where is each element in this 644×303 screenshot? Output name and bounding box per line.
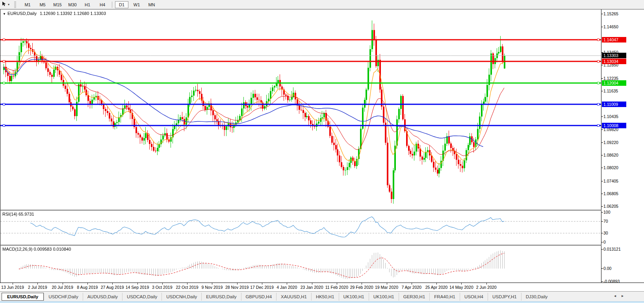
price-line-label: 1.14047 (602, 37, 626, 42)
date-label: 14 Sep 2019 (126, 285, 149, 290)
mt4-window: ▾ M1M5M15M30H1H4D1W1MN ▼EURUSD,Daily1.12… (0, 0, 644, 303)
date-label: 7 Apr 2020 (401, 285, 421, 290)
date-tick (187, 283, 187, 285)
date-label: 3 Oct 2019 (152, 285, 172, 290)
rsi-canvas[interactable] (0, 211, 601, 245)
price-tick-label: 1.06805 (603, 191, 618, 196)
date-label: 29 Feb 2020 (350, 285, 373, 290)
chart-tab-eurusd-daily[interactable]: EURUSD,Daily (2, 293, 44, 301)
tab-scroll-right-icon[interactable]: ▸ (622, 294, 629, 298)
date-tick (212, 283, 212, 285)
macd-tick-label: 0.00 (603, 266, 611, 271)
chart-tab-xauusd-h1[interactable]: XAUUSD,H1 (276, 293, 311, 301)
date-label: 9 Nov 2019 (202, 285, 223, 290)
timeframe-button-m1[interactable]: M1 (21, 1, 34, 8)
toolbar-grip[interactable] (14, 2, 16, 8)
date-tick (37, 283, 38, 285)
date-label: 23 Jan 2020 (301, 285, 323, 290)
macd-canvas[interactable] (0, 246, 601, 283)
date-tick (162, 283, 163, 285)
chart-tab-usdcnh-daily[interactable]: USDCNH,Daily (161, 293, 201, 301)
chart-tab-eurusd-daily[interactable]: EURUSD,Daily (201, 293, 241, 301)
chart-symbol-label: EURUSD,Daily (7, 11, 37, 16)
price-line-label: 1.11009 (602, 102, 626, 107)
chart-tab-uk100-h1[interactable]: UK100,H1 (339, 293, 369, 301)
tab-scroll-left-icon[interactable]: ◂ (614, 294, 622, 298)
timeframe-buttons: M1M5M15M30H1H4D1W1MN (20, 1, 159, 8)
chart-tab-bar: EURUSD,DailyUSDCHF,DailyAUDUSD,DailyUSDC… (0, 291, 644, 301)
cursor-tool-icon[interactable] (2, 1, 7, 8)
price-tick-label: 1.10435 (603, 114, 618, 119)
date-label: 13 Jun 2019 (1, 285, 24, 290)
price-tick-label: 1.11635 (603, 89, 618, 93)
timeframe-button-m30[interactable]: M30 (66, 1, 79, 8)
chart-tab-dj30-daily[interactable]: DJ30,Daily (521, 293, 552, 301)
price-tick-label: 1.07405 (603, 179, 618, 183)
date-label: 11 Feb 2020 (325, 285, 348, 290)
date-tick (87, 283, 88, 285)
date-tick (412, 283, 412, 285)
price-axis[interactable]: 1.152651.146501.134501.128501.122351.116… (601, 9, 644, 283)
chart-tab-fra40-h1[interactable]: FRA40,H1 (429, 293, 460, 301)
timeframe-button-h1[interactable]: H1 (81, 1, 94, 8)
price-line-label: 1.13303 (602, 53, 626, 58)
timeframe-button-mn[interactable]: MN (145, 1, 158, 8)
tool-dropdown-icon[interactable]: ▾ (8, 3, 9, 6)
price-tick-label: 1.08620 (603, 153, 618, 157)
date-label: 17 Dec 2019 (250, 285, 274, 290)
date-tick (287, 283, 287, 285)
date-label: 2 Jun 2020 (476, 285, 497, 290)
chart-tab-hk50-h1[interactable]: HK50,H1 (311, 293, 339, 301)
price-tick-label: 1.15265 (603, 11, 618, 16)
rsi-panel: RSI(14) 65.9731 (0, 211, 601, 245)
chart-ohlc-values: 1.12690 1.13392 1.12680 1.13303 (40, 11, 106, 16)
timeframe-button-m15[interactable]: M15 (51, 1, 64, 8)
price-tick-label: 1.09220 (603, 140, 618, 145)
chart-tab-usdcad-daily[interactable]: USDCAD,Daily (122, 293, 161, 301)
date-axis[interactable]: 13 Jun 20192 Jul 201920 Jul 20198 Aug 20… (0, 283, 644, 291)
rsi-tick-label: 0 (603, 240, 606, 244)
date-label: 28 Nov 2019 (225, 285, 249, 290)
date-tick (436, 283, 437, 285)
price-line-label: 1.12004 (602, 80, 626, 86)
macd-label: MACD(12,26,9) 0.009583 0.010840 (2, 247, 71, 251)
date-label: 14 May 2020 (449, 285, 473, 290)
chart-tab-usoil-h4[interactable]: USOil,H4 (460, 293, 488, 301)
toolbar-separator (112, 2, 112, 8)
date-tick (262, 283, 262, 285)
timeframe-button-d1[interactable]: D1 (115, 1, 128, 8)
date-tick (461, 283, 462, 285)
rsi-tick-label: 70 (603, 219, 608, 224)
chart-tab-audusd-daily[interactable]: AUDUSD,Daily (83, 293, 122, 301)
date-label: 22 Oct 2019 (176, 285, 198, 290)
price-tick-label: 1.08020 (603, 165, 618, 170)
date-tick (237, 283, 238, 285)
timeframe-button-w1[interactable]: W1 (130, 1, 143, 8)
price-tick-label: 1.06205 (603, 204, 618, 209)
main-chart-canvas[interactable] (0, 9, 601, 210)
date-label: 27 Aug 2019 (101, 285, 124, 290)
timeframe-toolbar: ▾ M1M5M15M30H1H4D1W1MN (0, 0, 644, 9)
date-tick (63, 283, 63, 285)
macd-panel: MACD(12,26,9) 0.009583 0.010840 (0, 246, 601, 283)
date-label: 8 Aug 2019 (77, 285, 98, 290)
date-tick (362, 283, 362, 285)
chart-dropdown-icon[interactable]: ▼ (3, 12, 6, 16)
tab-nav-arrows: ◂▸ (614, 294, 629, 298)
rsi-tick-label: 30 (603, 231, 608, 235)
date-tick (13, 283, 13, 285)
chart-tab-usdchf-daily[interactable]: USDCHF,Daily (44, 293, 82, 301)
chart-tab-uk100-h1[interactable]: UK100,H1 (369, 293, 399, 301)
date-label: 2 Jul 2019 (28, 285, 47, 290)
timeframe-button-m5[interactable]: M5 (36, 1, 49, 8)
chart-tab-gbpusd-h4[interactable]: GBPUSD,H4 (241, 293, 276, 301)
price-tick-label: 1.12235 (603, 76, 618, 81)
date-tick (112, 283, 113, 285)
chart-tab-ger30-h1[interactable]: GER30,H1 (399, 293, 430, 301)
date-tick (312, 283, 312, 285)
window-bottom-strip (0, 301, 644, 303)
timeframe-button-h4[interactable]: H4 (96, 1, 109, 8)
date-label: 4 Jan 2020 (277, 285, 297, 290)
chart-tab-usdjpy-h1[interactable]: USDJPY,H1 (488, 293, 521, 301)
date-tick (137, 283, 138, 285)
